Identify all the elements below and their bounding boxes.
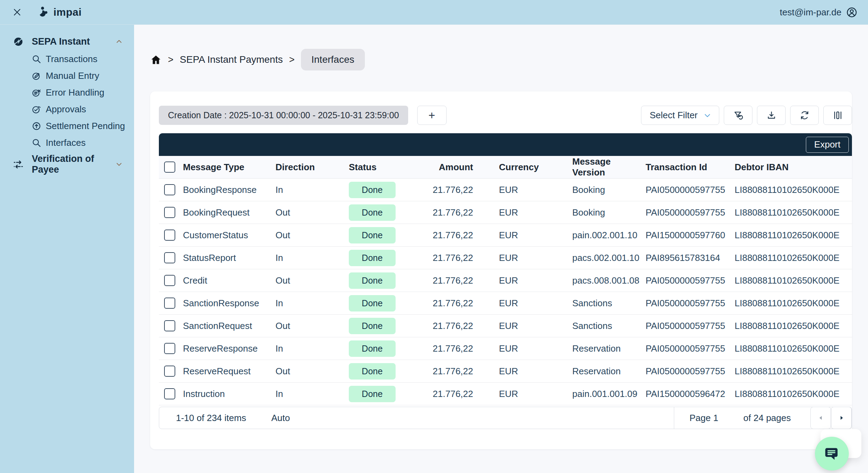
status-badge: Done: [349, 182, 396, 198]
filter-bar: Creation Date : 2025-10-31 00:00:00 - 20…: [159, 106, 852, 125]
transaction-id-cell: PAI0500000597755: [641, 207, 730, 218]
previous-page-button[interactable]: [810, 407, 831, 429]
row-checkbox-cell: [159, 275, 178, 286]
table-row: CustomerStatus Out Done 21.776,22 EUR pa…: [159, 224, 852, 247]
select-all-checkbox[interactable]: [164, 162, 175, 173]
column-header: Status: [344, 162, 403, 173]
add-filter-button[interactable]: +: [417, 106, 447, 125]
user-email: test@im-par.de: [780, 7, 841, 18]
direction-cell: Out: [271, 230, 344, 241]
currency-cell: EUR: [494, 207, 567, 218]
user-icon: [846, 7, 858, 18]
transaction-id-cell: PAI1500000596472: [641, 389, 730, 399]
row-checkbox-cell: [159, 207, 178, 218]
message-type-cell: ReserveRequest: [178, 366, 271, 377]
column-header: Debtor IBAN: [730, 162, 852, 173]
refresh-button[interactable]: [790, 106, 819, 125]
creation-date-filter-chip[interactable]: Creation Date : 2025-10-31 00:00:00 - 20…: [159, 106, 408, 125]
close-sidebar-button[interactable]: [10, 6, 24, 19]
breadcrumb-home-link[interactable]: [150, 54, 162, 66]
select-filter-dropdown[interactable]: Select Filter: [641, 106, 719, 125]
sidebar: SEPA Instant Transactions Manual Entry E…: [0, 25, 134, 473]
sidebar-item[interactable]: Manual Entry: [0, 67, 134, 84]
row-checkbox[interactable]: [164, 388, 175, 399]
download-button[interactable]: [757, 106, 786, 125]
debtor-iban-cell: LI88088110102650K000E: [730, 207, 852, 218]
row-checkbox[interactable]: [164, 252, 175, 263]
table-row: StatusReport In Done 21.776,22 EUR pacs.…: [159, 247, 852, 269]
table-row: BookingRequest Out Done 21.776,22 EUR Bo…: [159, 201, 852, 224]
message-type-cell: ReserveResponse: [178, 343, 271, 354]
main-content: > SEPA Instant Payments > Interfaces Cre…: [134, 25, 868, 473]
sidebar-item[interactable]: Error Handling: [0, 84, 134, 101]
debtor-iban-cell: LI88088110102650K000E: [730, 185, 852, 195]
transaction-id-cell: PAI0500000597755: [641, 366, 730, 377]
row-checkbox[interactable]: [164, 366, 175, 377]
message-version-cell: Sanctions: [567, 298, 641, 309]
row-checkbox[interactable]: [164, 298, 175, 309]
status-cell: Done: [344, 295, 403, 311]
message-type-cell: Instruction: [178, 389, 271, 399]
direction-cell: Out: [271, 275, 344, 286]
breadcrumb-link[interactable]: SEPA Instant Payments: [180, 54, 283, 65]
row-checkbox[interactable]: [164, 275, 175, 286]
sidebar-item[interactable]: Settlement Pending: [0, 118, 134, 134]
debtor-iban-cell: LI88088110102650K000E: [730, 343, 852, 354]
breadcrumb: > SEPA Instant Payments > Interfaces: [150, 49, 365, 70]
sidebar-item[interactable]: Transactions: [0, 51, 134, 67]
breadcrumb-separator: >: [289, 54, 295, 65]
amount-cell: 21.776,22: [403, 298, 494, 309]
status-badge: Done: [349, 386, 396, 402]
amount-cell: 21.776,22: [403, 389, 494, 399]
direction-cell: In: [271, 343, 344, 354]
direction-cell: In: [271, 389, 344, 399]
export-button[interactable]: Export: [806, 137, 849, 153]
status-badge: Done: [349, 250, 396, 266]
status-cell: Done: [344, 386, 403, 402]
home-icon: [150, 54, 162, 66]
column-header: Amount: [403, 162, 494, 173]
brand-logo[interactable]: impai: [38, 6, 82, 18]
filter-reset-button[interactable]: [724, 106, 752, 125]
status-cell: Done: [344, 250, 403, 266]
status-badge: Done: [349, 318, 396, 334]
message-version-cell: Reservation: [567, 343, 641, 354]
topbar-user-area: test@im-par.de: [780, 7, 858, 18]
row-checkbox[interactable]: [164, 207, 175, 218]
search-icon: [31, 54, 42, 64]
row-checkbox-cell: [159, 230, 178, 241]
message-version-cell: Booking: [567, 185, 641, 195]
table-row: BookingResponse In Done 21.776,22 EUR Bo…: [159, 179, 852, 201]
row-checkbox[interactable]: [164, 320, 175, 331]
columns-button[interactable]: [823, 106, 852, 125]
row-checkbox[interactable]: [164, 343, 175, 354]
sidebar-item[interactable]: Approvals: [0, 101, 134, 118]
column-header: Message Type: [178, 162, 271, 173]
download-icon: [766, 110, 777, 121]
total-pages-label: of 24 pages: [734, 413, 810, 423]
pagination-bar: 1-10 of 234 items Auto Page 1 of 24 page…: [159, 407, 852, 429]
next-page-button[interactable]: [831, 407, 852, 429]
transaction-id-cell: PAI0500000597755: [641, 275, 730, 286]
user-menu-button[interactable]: [846, 7, 858, 18]
row-checkbox[interactable]: [164, 184, 175, 195]
message-version-cell: pacs.002.001.10: [567, 253, 641, 263]
sidebar-section-verification-of-payee[interactable]: Verification of Payee: [0, 156, 134, 173]
direction-cell: In: [271, 253, 344, 263]
current-page-label: Page 1: [674, 407, 734, 429]
message-version-cell: pain.001.001.09: [567, 389, 641, 399]
table-row: Instruction In Done 21.776,22 EUR pain.0…: [159, 383, 852, 405]
sidebar-section-sepa-instant[interactable]: SEPA Instant: [0, 33, 134, 50]
status-cell: Done: [344, 227, 403, 243]
row-checkbox[interactable]: [164, 230, 175, 241]
sidebar-item[interactable]: Interfaces: [0, 134, 134, 151]
page-size-selector[interactable]: Auto: [271, 413, 290, 423]
transaction-id-cell: PAI0500000597755: [641, 343, 730, 354]
status-badge: Done: [349, 204, 396, 221]
chat-button[interactable]: [815, 437, 849, 471]
direction-cell: Out: [271, 207, 344, 218]
currency-cell: EUR: [494, 298, 567, 309]
breadcrumb-current: Interfaces: [301, 49, 365, 70]
message-version-cell: pain.002.001.10: [567, 230, 641, 241]
arrow-up-circle-icon: [31, 121, 42, 131]
